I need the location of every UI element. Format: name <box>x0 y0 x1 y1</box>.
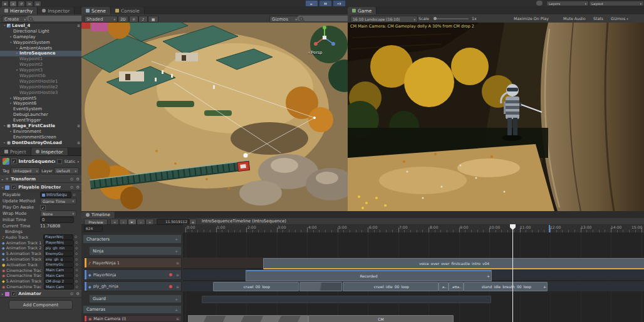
hierarchy-item[interactable]: Waypoint5b <box>0 73 81 79</box>
tab-inspector[interactable]: Inspector <box>31 148 68 155</box>
anim-clip-atta[interactable]: _atta.. <box>449 282 464 291</box>
help-icon[interactable]: ⊙ <box>70 177 73 182</box>
effects-toggle[interactable]: ▦ <box>148 16 158 23</box>
next-frame-button[interactable]: › <box>137 219 145 225</box>
clip-plus-icon[interactable]: + <box>487 274 490 278</box>
active-checkbox[interactable]: ✓ <box>11 158 17 164</box>
expand-arrow-icon[interactable]: ▸ <box>3 140 7 146</box>
animator-component-header[interactable]: ▸ ✓ Animator ⊙⚙ <box>0 290 81 298</box>
camera-clip-cm[interactable]: CM <box>308 315 454 322</box>
foldout-arrow-icon[interactable]: ▾ <box>2 186 3 189</box>
object-picker-icon[interactable]: ⊙ <box>73 193 76 197</box>
layout-dropdown[interactable]: Layout▾ <box>589 1 644 6</box>
track-anim-ply-gh-ninja[interactable]: ◆ ply_gh_ninja ≡ <box>84 281 182 291</box>
binding-object-field[interactable]: Main Cam <box>44 273 74 278</box>
item-menu-icon[interactable]: ≡ <box>77 140 80 146</box>
binding-object-field[interactable]: PlayerNinj <box>43 234 73 240</box>
binding-object-field[interactable]: Main Cam <box>44 284 74 289</box>
expand-arrow-icon[interactable]: ▸ <box>9 129 13 135</box>
binding-object-field[interactable]: EnemyGu <box>44 251 74 256</box>
item-menu-icon[interactable]: ≡ <box>77 23 80 29</box>
binding-object-field[interactable]: ply_gh_nin <box>44 246 74 251</box>
record-indicator-icon[interactable] <box>169 285 172 288</box>
2d-toggle[interactable]: 2D <box>118 16 128 23</box>
hierarchy-item[interactable]: ▸Gameplay <box>0 34 81 40</box>
binding-object-field[interactable]: eny_gh_g <box>44 256 74 262</box>
foldout-arrow-icon[interactable]: ▸ <box>2 178 3 181</box>
hierarchy-item-selected[interactable]: ▸IntroSequence <box>0 51 81 56</box>
layer-dropdown[interactable]: Default▾ <box>54 167 79 174</box>
record-indicator-icon[interactable] <box>169 273 172 276</box>
recorded-clip[interactable]: Recorded+ <box>246 270 492 281</box>
anim-clip-crawl-idle[interactable]: _crawl_idle_00_loop <box>343 282 439 291</box>
object-picker-icon[interactable]: ⊙ <box>75 246 78 250</box>
expand-arrow-icon[interactable]: ▸ <box>9 96 13 101</box>
tab-game[interactable]: Game <box>348 7 377 14</box>
add-track-icon[interactable]: + <box>175 237 178 241</box>
binding-object-field[interactable]: Main Cam <box>44 267 74 273</box>
hierarchy-item[interactable]: ▸Waypoint6 <box>0 101 81 106</box>
help-icon[interactable]: ⊙ <box>70 185 73 190</box>
track-group-characters[interactable]: Characters+ <box>83 234 182 244</box>
track-anim-playerninja[interactable]: ◆ PlayerNinja ≡ <box>84 269 182 280</box>
playable-object-field[interactable]: IntroSequ <box>40 192 71 198</box>
help-icon[interactable]: ⊙ <box>70 291 73 296</box>
expand-arrow-icon[interactable]: ▾ <box>3 23 7 29</box>
track-audio-playerninja1[interactable]: ♪ PlayerNinja 1 ≡ <box>84 257 182 268</box>
binding-object-field[interactable]: PlayerNinj <box>44 240 74 246</box>
track-group-ninja[interactable]: Ninja+ <box>89 246 182 256</box>
timeline-play-button[interactable]: ► <box>128 219 137 225</box>
object-picker-icon[interactable]: ⊙ <box>75 274 78 278</box>
track-menu-icon[interactable]: ≡ <box>176 284 179 289</box>
hierarchy-item[interactable]: WaypointHostile3 <box>0 90 81 96</box>
expand-arrow-icon[interactable]: ▸ <box>3 123 7 129</box>
account-icon[interactable] <box>536 1 543 6</box>
object-picker-icon[interactable]: ⊙ <box>75 235 78 239</box>
hierarchy-item[interactable]: WaypointHostile1 <box>0 79 81 85</box>
track-group-guard[interactable]: Guard+ <box>89 294 182 303</box>
hierarchy-item[interactable]: Waypoint2 <box>0 62 81 68</box>
scale-slider[interactable] <box>434 18 469 19</box>
mute-audio-toggle[interactable]: Mute Audio <box>563 16 586 21</box>
scene-orientation-gizmo[interactable] <box>312 25 337 50</box>
lighting-toggle[interactable]: ☼ <box>129 16 138 23</box>
anim-clip-a[interactable]: _a.. <box>439 282 449 291</box>
expand-arrow-icon[interactable]: ▸ <box>15 68 19 73</box>
hierarchy-search-input[interactable] <box>26 16 84 21</box>
preview-button[interactable]: Preview <box>84 219 108 225</box>
hierarchy-item[interactable]: ▸AmbientAssets <box>0 46 81 51</box>
hierarchy-item[interactable]: ▸Waypoint5 <box>0 96 81 101</box>
shaded-dropdown[interactable]: Shaded▾ <box>84 16 118 23</box>
hierarchy-item[interactable]: ▸Stage_FirstCastle≡ <box>0 123 81 129</box>
foldout-arrow-icon[interactable]: ▸ <box>2 293 3 296</box>
expand-arrow-icon[interactable]: ▸ <box>15 51 19 56</box>
add-track-icon[interactable]: + <box>175 249 178 253</box>
hierarchy-item[interactable]: EnvironmentScreen <box>0 135 81 140</box>
update-method-dropdown[interactable]: Game Time▾ <box>40 198 76 204</box>
hierarchy-item[interactable]: EventTrigger <box>0 118 81 123</box>
component-enabled-checkbox[interactable]: ✓ <box>11 291 16 296</box>
timeline-end-marker[interactable] <box>549 225 550 232</box>
maximize-on-play-toggle[interactable]: Maximize On Play <box>514 16 549 21</box>
guard-muted-clip[interactable] <box>202 296 491 303</box>
gear-icon[interactable]: ⚙ <box>76 177 80 182</box>
playable-director-header[interactable]: ▾ ✓ Playable Director ⊙⚙ <box>0 184 81 191</box>
add-track-icon[interactable]: + <box>175 308 178 312</box>
component-enabled-checkbox[interactable]: ✓ <box>11 185 16 190</box>
hierarchy-item[interactable]: ▸Environment <box>0 129 81 135</box>
layers-dropdown[interactable]: Layers▾ <box>546 1 589 6</box>
stats-toggle[interactable]: Stats <box>593 16 603 21</box>
hierarchy-item[interactable]: ▾Level_4≡ <box>0 23 81 29</box>
tab-console[interactable]: Console <box>111 7 145 14</box>
aspect-ratio-dropdown[interactable]: 16:10 Landscape (16:10)▾ <box>350 16 418 23</box>
track-menu-icon[interactable]: ≡ <box>176 273 179 277</box>
scene-viewport[interactable]: ‹Persp <box>81 23 348 211</box>
timeline-header-field[interactable]: 624 <box>84 226 103 232</box>
tab-scene[interactable]: Scene <box>81 7 111 14</box>
static-dropdown-icon[interactable]: ▾ <box>77 160 79 164</box>
timeline-ruler[interactable]: 0:00 1:00 2:00 3:00 4:00 5:00 6:00 7:00 … <box>183 224 644 233</box>
object-picker-icon[interactable]: ⊙ <box>75 262 78 266</box>
clip-plus-icon[interactable]: + <box>543 284 546 289</box>
object-picker-icon[interactable]: ⊙ <box>75 268 78 272</box>
audio-toggle[interactable]: ♪ <box>138 16 148 23</box>
